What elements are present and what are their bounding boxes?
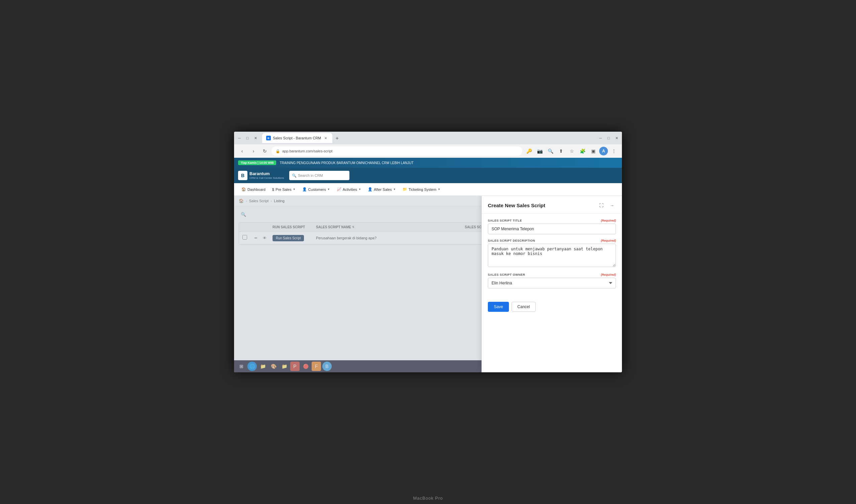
address-bar[interactable]: 🔒 app.barantum.com/sales-script — [271, 146, 522, 156]
panel-body: SALES SCRIPT TITLE (Required) SALES SCRI… — [482, 214, 622, 299]
run-sales-script-button[interactable]: Run Sales Script — [272, 235, 304, 241]
taskbar-start-icon[interactable]: ⊞ — [237, 362, 246, 371]
menu-item-customers[interactable]: 👤 Customers ▼ — [299, 183, 333, 196]
presales-arrow-icon: ▼ — [293, 188, 296, 191]
taskbar-chrome-icon[interactable]: 🔴 — [301, 362, 310, 371]
maximize-button[interactable]: □ — [245, 136, 250, 141]
desc-textarea[interactable]: Panduan untuk menjawab pertanyaan saat t… — [488, 244, 616, 267]
th-name-label: SALES SCRIPT NAME — [316, 225, 351, 229]
sidebar-icon[interactable]: ▣ — [588, 146, 598, 156]
panel-expand-button[interactable]: ⛶ — [597, 201, 605, 209]
taskbar-app5-icon[interactable]: B — [322, 362, 332, 371]
search-icon: 🔍 — [292, 174, 297, 178]
lock-icon: 🔒 — [275, 149, 280, 154]
window-controls: ─ □ ✕ — [237, 136, 258, 141]
desc-label-text: SALES SCRIPT DESCRIPTION — [488, 239, 535, 242]
taskbar-edge-icon[interactable]: 🌐 — [247, 362, 257, 371]
dashboard-label: Dashboard — [247, 187, 266, 192]
panel-navigate-button[interactable]: → — [608, 201, 616, 209]
presales-icon: $ — [272, 187, 274, 192]
minimize-button[interactable]: ─ — [237, 136, 242, 141]
menu-item-activities[interactable]: 📈 Activities ▼ — [333, 183, 364, 196]
title-required-text: (Required) — [601, 219, 616, 222]
menu-item-aftersales[interactable]: 👤 After Sales ▼ — [364, 183, 399, 196]
taskbar-app1-icon[interactable]: 🎨 — [269, 362, 278, 371]
td-name: Perusahaan bergerak di bidang apa? — [316, 236, 465, 240]
search-placeholder: Search in CRM — [298, 174, 323, 178]
menu-item-dashboard[interactable]: 🏠 Dashboard — [238, 183, 269, 196]
customers-arrow-icon: ▼ — [327, 188, 330, 191]
ticketing-icon: 📁 — [403, 187, 407, 192]
crm-search-input[interactable]: 🔍 Search in CRM — [289, 171, 350, 180]
customers-icon: 👤 — [302, 187, 307, 192]
close-button[interactable]: ✕ — [253, 136, 258, 141]
breadcrumb-home-icon: 🏠 — [239, 199, 244, 203]
menu-icon[interactable]: ⋮ — [609, 146, 619, 156]
close-btn-right[interactable]: ✕ — [614, 136, 619, 141]
reload-button[interactable]: ↻ — [260, 146, 269, 156]
macbook-label: MacBook Pro — [413, 496, 443, 501]
td-run: Run Sales Script — [272, 235, 316, 241]
owner-select[interactable]: Elin Herlina — [488, 278, 616, 288]
ticketing-arrow-icon: ▼ — [438, 188, 440, 191]
title-field-group: SALES SCRIPT TITLE (Required) — [488, 219, 616, 234]
th-run: RUN SALES SCRIPT — [272, 225, 316, 229]
side-panel: Create New Sales Script ⛶ → SALES SCRIPT… — [482, 196, 622, 372]
desc-field-group: SALES SCRIPT DESCRIPTION (Required) Pand… — [488, 239, 616, 268]
th-run-label: RUN SALES SCRIPT — [272, 225, 305, 229]
crm-navbar: B Barantum CRM & Call Center Solutions 🔍… — [234, 168, 622, 183]
breadcrumb-current: Listing — [274, 199, 285, 203]
key-icon[interactable]: 🔑 — [524, 146, 534, 156]
share-icon[interactable]: ⬆ — [556, 146, 566, 156]
taskbar-app4-icon[interactable]: F — [311, 362, 321, 371]
table-search-icon[interactable]: 🔍 — [239, 210, 248, 219]
logo-icon: B — [238, 171, 247, 180]
forward-button[interactable]: › — [249, 146, 258, 156]
view-button[interactable]: 👁 — [261, 235, 268, 241]
owner-label-text: SALES SCRIPT OWNER — [488, 273, 525, 276]
panel-title: Create New Sales Script — [488, 202, 546, 208]
puzzle-icon[interactable]: 🧩 — [578, 146, 587, 156]
bookmark-icon[interactable]: ☆ — [567, 146, 576, 156]
td-actions: ✏ 👁 — [252, 235, 272, 241]
announce-badge: Tiap Kamis | 14:00 WIB — [238, 160, 276, 165]
crm-menu: 🏠 Dashboard $ Pre Sales ▼ 👤 Customers ▼ … — [234, 183, 622, 196]
customers-label: Customers — [308, 187, 326, 192]
desc-field-label: SALES SCRIPT DESCRIPTION (Required) — [488, 239, 616, 242]
announcement-bar: Tiap Kamis | 14:00 WIB TRAINING PENGGUNA… — [234, 158, 622, 168]
taskbar-app3-icon[interactable]: P — [290, 362, 300, 371]
aftersales-label: After Sales — [374, 187, 392, 192]
activities-icon: 📈 — [337, 187, 341, 192]
back-button[interactable]: ‹ — [237, 146, 247, 156]
row-checkbox[interactable] — [243, 235, 247, 240]
edit-button[interactable]: ✏ — [252, 235, 259, 241]
active-tab[interactable]: B Sales Script - Barantum CRM ✕ — [262, 133, 332, 143]
aftersales-arrow-icon: ▼ — [393, 188, 396, 191]
td-checkbox[interactable] — [243, 235, 252, 241]
menu-item-ticketing[interactable]: 📁 Ticketing System ▼ — [399, 183, 444, 196]
profile-avatar[interactable]: A — [599, 147, 608, 156]
cancel-button[interactable]: Cancel — [512, 302, 535, 312]
crm-logo: B Barantum CRM & Call Center Solutions — [238, 171, 284, 180]
minimize-btn-right[interactable]: ─ — [598, 136, 603, 141]
title-input[interactable] — [488, 223, 616, 234]
owner-field-label: SALES SCRIPT OWNER (Required) — [488, 273, 616, 276]
taskbar-explorer-icon[interactable]: 📁 — [258, 362, 268, 371]
tab-favicon: B — [266, 136, 271, 140]
new-tab-button[interactable]: + — [332, 134, 342, 143]
menu-item-presales[interactable]: $ Pre Sales ▼ — [269, 183, 299, 196]
owner-required-text: (Required) — [601, 273, 616, 276]
announce-text: TRAINING PENGGUNAAN PRODUK BARANTUM OMNI… — [280, 161, 413, 165]
ticketing-label: Ticketing System — [409, 187, 436, 192]
screenshot-icon[interactable]: 📷 — [535, 146, 545, 156]
tab-title: Sales Script - Barantum CRM — [273, 136, 321, 140]
restore-btn[interactable]: □ — [606, 136, 611, 141]
title-label-text: SALES SCRIPT TITLE — [488, 219, 522, 222]
activities-arrow-icon: ▼ — [358, 188, 361, 191]
tab-close-button[interactable]: ✕ — [323, 136, 328, 141]
zoom-icon[interactable]: 🔍 — [546, 146, 555, 156]
save-button[interactable]: Save — [488, 302, 509, 312]
taskbar-app2-icon[interactable]: 📁 — [280, 362, 289, 371]
panel-header-actions: ⛶ → — [597, 201, 616, 209]
owner-field-group: SALES SCRIPT OWNER (Required) Elin Herli… — [488, 273, 616, 288]
